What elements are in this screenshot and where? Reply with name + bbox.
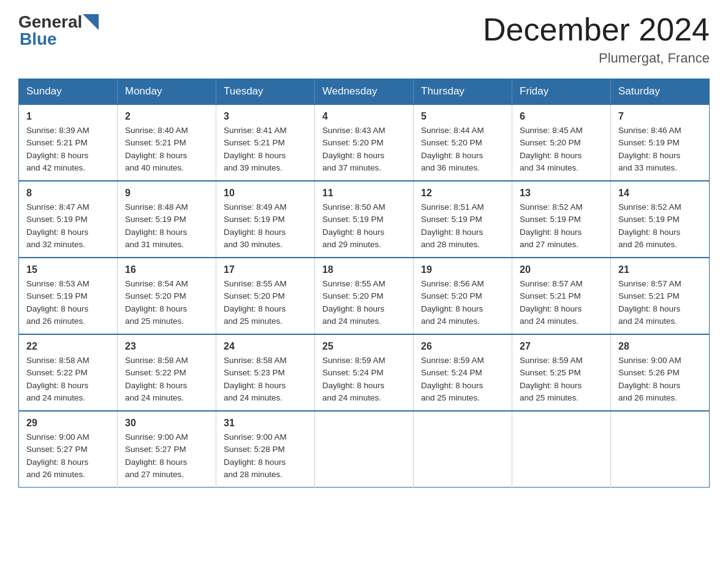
- calendar-day-cell: 31 Sunrise: 9:00 AM Sunset: 5:28 PM Dayl…: [216, 411, 315, 488]
- calendar-day-cell: 9 Sunrise: 8:48 AM Sunset: 5:19 PM Dayli…: [118, 181, 216, 258]
- day-number: 25: [322, 341, 406, 352]
- calendar-day-cell: 6 Sunrise: 8:45 AM Sunset: 5:20 PM Dayli…: [512, 104, 611, 181]
- day-number: 8: [26, 188, 110, 199]
- calendar-week-row: 8 Sunrise: 8:47 AM Sunset: 5:19 PM Dayli…: [19, 181, 710, 258]
- calendar-day-cell: 26 Sunrise: 8:59 AM Sunset: 5:24 PM Dayl…: [414, 334, 512, 411]
- calendar-day-cell: 23 Sunrise: 8:58 AM Sunset: 5:22 PM Dayl…: [118, 334, 216, 411]
- month-year-title: December 2024: [483, 12, 710, 47]
- day-info: Sunrise: 8:58 AM Sunset: 5:22 PM Dayligh…: [125, 354, 208, 404]
- day-info: Sunrise: 9:00 AM Sunset: 5:27 PM Dayligh…: [26, 431, 110, 481]
- calendar-week-row: 15 Sunrise: 8:53 AM Sunset: 5:19 PM Dayl…: [19, 258, 710, 334]
- day-number: 2: [125, 111, 208, 122]
- day-info: Sunrise: 8:52 AM Sunset: 5:19 PM Dayligh…: [520, 201, 603, 251]
- day-number: 15: [26, 264, 110, 275]
- day-info: Sunrise: 8:40 AM Sunset: 5:21 PM Dayligh…: [125, 124, 208, 174]
- day-number: 26: [421, 341, 504, 352]
- calendar-day-cell: 14 Sunrise: 8:52 AM Sunset: 5:19 PM Dayl…: [611, 181, 710, 258]
- day-number: 6: [520, 111, 603, 122]
- day-number: 28: [618, 341, 702, 352]
- day-info: Sunrise: 8:56 AM Sunset: 5:20 PM Dayligh…: [421, 278, 504, 327]
- header: General Blue December 2024 Plumergat, Fr…: [18, 12, 710, 66]
- calendar-day-cell: 15 Sunrise: 8:53 AM Sunset: 5:19 PM Dayl…: [19, 258, 118, 334]
- day-info: Sunrise: 8:44 AM Sunset: 5:20 PM Dayligh…: [421, 124, 504, 174]
- calendar-day-cell: [414, 411, 512, 488]
- calendar-day-cell: 22 Sunrise: 8:58 AM Sunset: 5:22 PM Dayl…: [19, 334, 118, 411]
- day-info: Sunrise: 8:55 AM Sunset: 5:20 PM Dayligh…: [224, 278, 307, 327]
- day-number: 29: [26, 418, 110, 429]
- calendar-day-cell: 19 Sunrise: 8:56 AM Sunset: 5:20 PM Dayl…: [414, 258, 512, 334]
- day-number: 3: [224, 111, 307, 122]
- day-info: Sunrise: 8:45 AM Sunset: 5:20 PM Dayligh…: [520, 124, 603, 174]
- day-number: 16: [125, 264, 208, 275]
- col-saturday: Saturday: [611, 79, 710, 105]
- calendar-day-cell: [315, 411, 414, 488]
- calendar-day-cell: 3 Sunrise: 8:41 AM Sunset: 5:21 PM Dayli…: [216, 104, 315, 181]
- day-info: Sunrise: 8:48 AM Sunset: 5:19 PM Dayligh…: [125, 201, 208, 251]
- day-info: Sunrise: 8:58 AM Sunset: 5:22 PM Dayligh…: [26, 354, 110, 404]
- day-info: Sunrise: 8:54 AM Sunset: 5:20 PM Dayligh…: [125, 278, 208, 327]
- day-info: Sunrise: 8:39 AM Sunset: 5:21 PM Dayligh…: [26, 124, 110, 174]
- calendar-header-row: Sunday Monday Tuesday Wednesday Thursday…: [19, 79, 710, 105]
- calendar-day-cell: 1 Sunrise: 8:39 AM Sunset: 5:21 PM Dayli…: [19, 104, 118, 181]
- day-info: Sunrise: 8:59 AM Sunset: 5:24 PM Dayligh…: [322, 354, 406, 404]
- day-number: 20: [520, 264, 603, 275]
- day-number: 23: [125, 341, 208, 352]
- day-number: 7: [618, 111, 702, 122]
- svg-marker-0: [83, 14, 99, 30]
- location-subtitle: Plumergat, France: [483, 50, 710, 66]
- calendar-day-cell: 7 Sunrise: 8:46 AM Sunset: 5:19 PM Dayli…: [611, 104, 710, 181]
- day-number: 4: [322, 111, 406, 122]
- day-number: 19: [421, 264, 504, 275]
- day-number: 11: [322, 188, 406, 199]
- calendar-day-cell: 4 Sunrise: 8:43 AM Sunset: 5:20 PM Dayli…: [315, 104, 414, 181]
- calendar-day-cell: 30 Sunrise: 9:00 AM Sunset: 5:27 PM Dayl…: [118, 411, 216, 488]
- calendar-day-cell: 17 Sunrise: 8:55 AM Sunset: 5:20 PM Dayl…: [216, 258, 315, 334]
- day-info: Sunrise: 8:59 AM Sunset: 5:25 PM Dayligh…: [520, 354, 603, 404]
- day-info: Sunrise: 8:57 AM Sunset: 5:21 PM Dayligh…: [618, 278, 702, 327]
- day-info: Sunrise: 8:51 AM Sunset: 5:19 PM Dayligh…: [421, 201, 504, 251]
- day-number: 13: [520, 188, 603, 199]
- calendar-table: Sunday Monday Tuesday Wednesday Thursday…: [18, 79, 710, 488]
- calendar-day-cell: 29 Sunrise: 9:00 AM Sunset: 5:27 PM Dayl…: [19, 411, 118, 488]
- logo-blue: Blue: [20, 29, 57, 48]
- calendar-day-cell: [512, 411, 611, 488]
- day-info: Sunrise: 8:57 AM Sunset: 5:21 PM Dayligh…: [520, 278, 603, 327]
- day-info: Sunrise: 8:43 AM Sunset: 5:20 PM Dayligh…: [322, 124, 406, 174]
- day-number: 18: [322, 264, 406, 275]
- col-monday: Monday: [118, 79, 216, 105]
- day-info: Sunrise: 8:41 AM Sunset: 5:21 PM Dayligh…: [224, 124, 307, 174]
- calendar-week-row: 22 Sunrise: 8:58 AM Sunset: 5:22 PM Dayl…: [19, 334, 710, 411]
- day-info: Sunrise: 9:00 AM Sunset: 5:26 PM Dayligh…: [618, 354, 702, 404]
- logo: General Blue: [18, 12, 99, 49]
- calendar-day-cell: [611, 411, 710, 488]
- day-number: 5: [421, 111, 504, 122]
- col-friday: Friday: [512, 79, 611, 105]
- day-info: Sunrise: 9:00 AM Sunset: 5:28 PM Dayligh…: [224, 431, 307, 481]
- calendar-day-cell: 10 Sunrise: 8:49 AM Sunset: 5:19 PM Dayl…: [216, 181, 315, 258]
- day-number: 1: [26, 111, 110, 122]
- day-info: Sunrise: 8:49 AM Sunset: 5:19 PM Dayligh…: [224, 201, 307, 251]
- calendar-week-row: 1 Sunrise: 8:39 AM Sunset: 5:21 PM Dayli…: [19, 104, 710, 181]
- calendar-day-cell: 20 Sunrise: 8:57 AM Sunset: 5:21 PM Dayl…: [512, 258, 611, 334]
- calendar-day-cell: 8 Sunrise: 8:47 AM Sunset: 5:19 PM Dayli…: [19, 181, 118, 258]
- calendar-day-cell: 21 Sunrise: 8:57 AM Sunset: 5:21 PM Dayl…: [611, 258, 710, 334]
- logo-arrow-icon: [83, 14, 99, 30]
- calendar-day-cell: 2 Sunrise: 8:40 AM Sunset: 5:21 PM Dayli…: [118, 104, 216, 181]
- day-info: Sunrise: 9:00 AM Sunset: 5:27 PM Dayligh…: [125, 431, 208, 481]
- calendar-day-cell: 25 Sunrise: 8:59 AM Sunset: 5:24 PM Dayl…: [315, 334, 414, 411]
- day-info: Sunrise: 8:58 AM Sunset: 5:23 PM Dayligh…: [224, 354, 307, 404]
- calendar-day-cell: 24 Sunrise: 8:58 AM Sunset: 5:23 PM Dayl…: [216, 334, 315, 411]
- day-info: Sunrise: 8:55 AM Sunset: 5:20 PM Dayligh…: [322, 278, 406, 327]
- calendar-day-cell: 27 Sunrise: 8:59 AM Sunset: 5:25 PM Dayl…: [512, 334, 611, 411]
- calendar-day-cell: 13 Sunrise: 8:52 AM Sunset: 5:19 PM Dayl…: [512, 181, 611, 258]
- day-number: 9: [125, 188, 208, 199]
- calendar-week-row: 29 Sunrise: 9:00 AM Sunset: 5:27 PM Dayl…: [19, 411, 710, 488]
- day-number: 22: [26, 341, 110, 352]
- day-info: Sunrise: 8:59 AM Sunset: 5:24 PM Dayligh…: [421, 354, 504, 404]
- day-info: Sunrise: 8:53 AM Sunset: 5:19 PM Dayligh…: [26, 278, 110, 327]
- day-info: Sunrise: 8:52 AM Sunset: 5:19 PM Dayligh…: [618, 201, 702, 251]
- day-info: Sunrise: 8:47 AM Sunset: 5:19 PM Dayligh…: [26, 201, 110, 251]
- calendar-day-cell: 28 Sunrise: 9:00 AM Sunset: 5:26 PM Dayl…: [611, 334, 710, 411]
- day-number: 17: [224, 264, 307, 275]
- day-number: 10: [224, 188, 307, 199]
